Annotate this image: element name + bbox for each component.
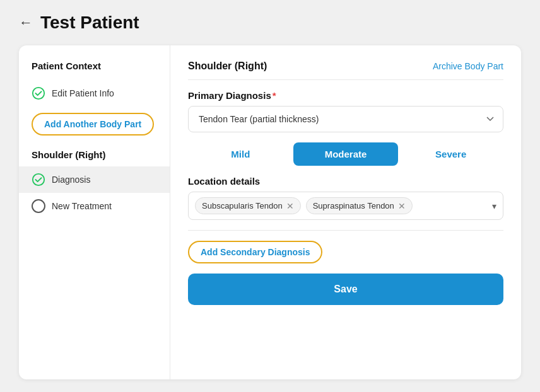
- svg-point-0: [33, 88, 44, 99]
- tag-subscapularis-label: Subscapularis Tendon: [202, 201, 283, 210]
- page-wrapper: ← Test Patient Patient Context Edit Pati…: [0, 0, 540, 392]
- page-title: Test Patient: [40, 13, 139, 33]
- new-treatment-circle-icon: [32, 199, 45, 213]
- severity-tab-severe[interactable]: Severe: [398, 142, 503, 166]
- new-treatment-label: New Treatment: [52, 201, 112, 211]
- patient-context-label: Patient Context: [19, 61, 170, 71]
- diagnosis-select[interactable]: Tendon Tear (partial thickness): [188, 106, 503, 132]
- main-card: Patient Context Edit Patient Info Add An…: [19, 45, 521, 379]
- content-area: Shoulder (Right) Archive Body Part Prima…: [170, 45, 521, 379]
- tag-supraspinatus-label: Supraspinatus Tendon: [313, 201, 394, 210]
- location-dropdown-arrow[interactable]: ▾: [492, 201, 496, 211]
- save-button[interactable]: Save: [188, 274, 503, 305]
- tag-subscapularis: Subscapularis Tendon ✕: [195, 197, 301, 214]
- body-part-title: Shoulder (Right): [188, 61, 267, 72]
- diagnosis-label: Diagnosis: [52, 175, 90, 185]
- tag-supraspinatus-close[interactable]: ✕: [398, 202, 406, 210]
- severity-tab-mild[interactable]: Mild: [188, 142, 293, 166]
- check-circle-icon: [32, 86, 45, 100]
- sidebar: Patient Context Edit Patient Info Add An…: [19, 45, 170, 379]
- edit-patient-info-label: Edit Patient Info: [52, 88, 114, 98]
- body-part-section-label: Shoulder (Right): [19, 149, 170, 160]
- archive-body-part-button[interactable]: Archive Body Part: [433, 61, 503, 71]
- primary-diagnosis-section: Primary Diagnosis* Tendon Tear (partial …: [188, 90, 503, 132]
- page-header: ← Test Patient: [19, 13, 521, 33]
- tag-supraspinatus: Supraspinatus Tendon ✕: [306, 197, 413, 214]
- sidebar-item-diagnosis[interactable]: Diagnosis: [19, 166, 170, 193]
- svg-point-1: [33, 174, 44, 185]
- sidebar-item-new-treatment[interactable]: New Treatment: [19, 193, 170, 219]
- location-details-label: Location details: [188, 176, 503, 187]
- location-tags-container: Subscapularis Tendon ✕ Supraspinatus Ten…: [188, 192, 503, 220]
- add-body-part-button[interactable]: Add Another Body Part: [32, 113, 154, 135]
- add-secondary-diagnosis-button[interactable]: Add Secondary Diagnosis: [188, 241, 322, 263]
- primary-diagnosis-label: Primary Diagnosis*: [188, 90, 503, 101]
- severity-tab-moderate[interactable]: Moderate: [293, 142, 399, 166]
- content-header: Shoulder (Right) Archive Body Part: [188, 61, 503, 80]
- required-star: *: [273, 90, 276, 101]
- divider: [188, 230, 503, 231]
- back-button[interactable]: ←: [19, 14, 33, 31]
- location-details-section: Location details Subscapularis Tendon ✕ …: [188, 176, 503, 220]
- tag-subscapularis-close[interactable]: ✕: [286, 202, 294, 210]
- diagnosis-check-icon: [32, 173, 45, 187]
- severity-tabs: Mild Moderate Severe: [188, 142, 503, 166]
- sidebar-item-edit-patient[interactable]: Edit Patient Info: [19, 80, 170, 107]
